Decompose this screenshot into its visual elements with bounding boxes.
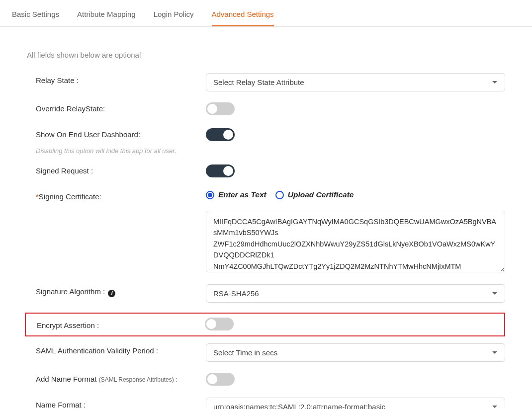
- select-saml-validity[interactable]: Select Time in secs: [206, 343, 505, 362]
- row-saml-validity: SAML Authentication Validity Period : Se…: [27, 343, 505, 362]
- toggle-override-relaystate[interactable]: [206, 102, 235, 115]
- radio-enter-as-text[interactable]: Enter as Text: [206, 190, 266, 199]
- toggle-add-name-format[interactable]: [206, 373, 235, 386]
- radio-upload-certificate[interactable]: Upload Certificate: [275, 190, 354, 199]
- info-icon[interactable]: i: [108, 290, 115, 297]
- row-name-format: Name Format : urn:oasis:names:tc:SAML:2.…: [27, 398, 505, 409]
- select-name-format[interactable]: urn:oasis:names:tc:SAML:2.0:attrname-for…: [206, 398, 505, 409]
- tab-basic-settings[interactable]: Basic Settings: [12, 6, 59, 26]
- textarea-signing-certificate[interactable]: [206, 211, 505, 272]
- radio-group-cert-input: Enter as Text Upload Certificate: [206, 189, 505, 199]
- select-signature-algorithm[interactable]: RSA-SHA256: [206, 284, 505, 303]
- label-saml-validity: SAML Authentication Validity Period :: [27, 343, 206, 355]
- hint-show-dashboard: Disabling this option will hide this app…: [36, 147, 505, 155]
- tab-advanced-settings[interactable]: Advanced Settings: [212, 6, 274, 26]
- optional-note: All fields shown below are optional: [27, 51, 505, 59]
- row-signature-algorithm: Signature Algorithm : i RSA-SHA256: [27, 284, 505, 303]
- tab-login-policy[interactable]: Login Policy: [154, 6, 194, 26]
- tabs-bar: Basic Settings Attribute Mapping Login P…: [0, 0, 532, 27]
- toggle-show-dashboard[interactable]: [206, 128, 235, 141]
- row-override-relaystate: Override RelayState:: [27, 101, 505, 117]
- row-add-name-format: Add Name Format (SAML Response Attribute…: [27, 372, 505, 388]
- label-add-name-format: Add Name Format (SAML Response Attribute…: [27, 372, 206, 383]
- label-show-dashboard: Show On End User Dashboard:: [27, 127, 206, 139]
- row-signing-cert: *Signing Certificate: Enter as Text Uplo…: [27, 189, 505, 201]
- label-relay-state: Relay State :: [27, 73, 206, 84]
- tab-attribute-mapping[interactable]: Attribute Mapping: [77, 6, 136, 26]
- toggle-signed-request[interactable]: [206, 164, 235, 177]
- label-name-format: Name Format :: [27, 398, 206, 409]
- row-signed-request: Signed Request :: [27, 164, 505, 179]
- row-show-dashboard: Show On End User Dashboard:: [27, 127, 505, 143]
- label-encrypt-assertion: Encrypt Assertion :: [26, 320, 205, 329]
- form-content: All fields shown below are optional Rela…: [0, 27, 532, 409]
- row-relay-state: Relay State : Select Relay State Attribu…: [27, 73, 505, 91]
- label-override-relaystate: Override RelayState:: [27, 101, 206, 113]
- row-cert-text: [27, 211, 505, 274]
- select-relay-state[interactable]: Select Relay State Attribute: [206, 73, 505, 91]
- label-signing-cert: *Signing Certificate:: [27, 189, 206, 201]
- label-signature-algorithm: Signature Algorithm : i: [27, 284, 206, 297]
- highlight-encrypt-assertion: Encrypt Assertion :: [25, 313, 505, 336]
- label-signed-request: Signed Request :: [27, 164, 206, 175]
- toggle-encrypt-assertion[interactable]: [205, 318, 234, 330]
